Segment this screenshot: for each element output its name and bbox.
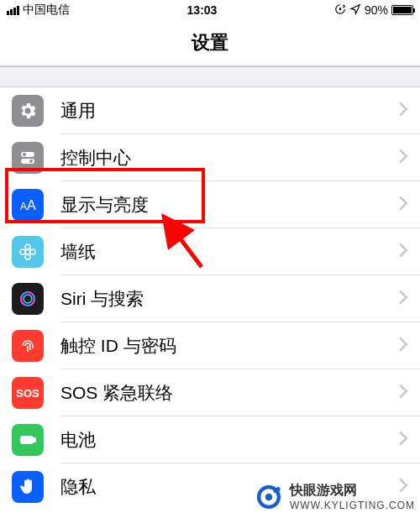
chevron-right-icon	[398, 337, 420, 355]
svg-point-9	[25, 254, 30, 259]
flower-icon	[12, 236, 44, 268]
svg-rect-16	[34, 438, 35, 442]
svg-point-19	[265, 493, 273, 500]
watermark-logo-icon	[255, 483, 283, 511]
row-label: Siri 与搜索	[60, 287, 398, 311]
row-general[interactable]: 通用	[0, 87, 420, 134]
row-control-center[interactable]: 控制中心	[0, 134, 420, 181]
svg-line-21	[274, 489, 276, 492]
chevron-right-icon	[398, 102, 420, 120]
svg-point-11	[30, 249, 35, 254]
settings-list: 通用 控制中心 AA 显示与亮度 墙纸 Siri 与搜索	[0, 87, 420, 510]
svg-text:A: A	[27, 198, 36, 212]
status-left: 中国电信	[7, 3, 70, 18]
row-label: 显示与亮度	[60, 193, 398, 217]
battery-row-icon	[12, 424, 44, 456]
orientation-lock-icon	[334, 3, 346, 18]
svg-point-2	[23, 153, 26, 156]
gear-icon	[12, 95, 44, 127]
watermark: 快眼游戏网 WWW.KYLIGTING.COM	[255, 482, 415, 511]
location-icon	[349, 3, 361, 18]
row-battery[interactable]: 电池	[0, 416, 420, 463]
chevron-right-icon	[398, 243, 420, 261]
battery-pct: 90%	[365, 3, 388, 17]
sos-icon: SOS	[12, 377, 44, 409]
svg-point-4	[29, 160, 33, 163]
row-label: SOS 紧急联络	[60, 381, 398, 405]
row-label: 通用	[60, 99, 398, 123]
row-label: 触控 ID 与密码	[60, 334, 398, 358]
row-display-brightness[interactable]: AA 显示与亮度	[0, 181, 420, 228]
watermark-title: 快眼游戏网	[290, 482, 415, 500]
siri-icon	[12, 283, 44, 315]
svg-rect-15	[21, 437, 33, 443]
chevron-right-icon	[398, 431, 420, 449]
group-separator	[0, 66, 420, 87]
row-sos[interactable]: SOS SOS 紧急联络	[0, 369, 420, 416]
page-title: 设置	[192, 30, 228, 55]
chevron-right-icon	[398, 149, 420, 167]
clock: 13:03	[187, 3, 218, 17]
chevron-right-icon	[398, 384, 420, 402]
carrier-label: 中国电信	[23, 3, 70, 18]
status-bar: 中国电信 13:03 90%	[0, 0, 420, 20]
chevron-right-icon	[398, 290, 420, 308]
svg-rect-0	[339, 8, 341, 10]
svg-point-8	[25, 244, 30, 249]
row-touchid[interactable]: 触控 ID 与密码	[0, 322, 420, 369]
row-wallpaper[interactable]: 墙纸	[0, 228, 420, 275]
chevron-right-icon	[398, 196, 420, 214]
signal-icon	[7, 6, 19, 15]
battery-icon	[391, 5, 413, 15]
row-label: 控制中心	[60, 146, 398, 170]
watermark-url: WWW.KYLIGTING.COM	[290, 500, 415, 511]
svg-text:A: A	[20, 201, 27, 212]
switches-icon	[12, 142, 44, 174]
fingerprint-icon	[12, 330, 44, 362]
row-label: 电池	[60, 428, 398, 452]
nav-bar: 设置	[0, 20, 420, 66]
row-siri[interactable]: Siri 与搜索	[0, 275, 420, 322]
status-right: 90%	[334, 3, 413, 18]
row-label: 墙纸	[60, 240, 398, 264]
svg-point-10	[20, 249, 25, 254]
svg-point-14	[24, 295, 32, 303]
svg-point-7	[25, 249, 30, 254]
hand-icon	[12, 471, 44, 503]
text-size-icon: AA	[12, 189, 44, 221]
